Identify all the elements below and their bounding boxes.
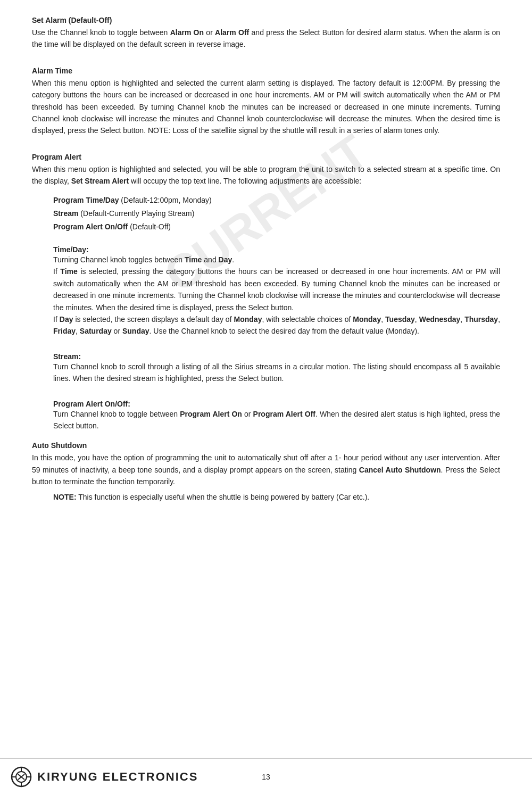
program-alert-onoff-body: Turn Channel knob to toggle between Prog… bbox=[53, 408, 500, 432]
stream-subsection: Stream: Turn Channel knob to scroll thro… bbox=[53, 352, 500, 385]
set-alarm-title: Set Alarm (Default-Off) bbox=[32, 16, 500, 24]
time-day-subsection: Time/Day: Turning Channel knob toggles b… bbox=[53, 245, 500, 337]
program-alert-section: Program Alert When this menu option is h… bbox=[32, 153, 500, 432]
alarm-time-body: When this menu option is highlighted and… bbox=[32, 77, 500, 137]
stream-title: Stream: bbox=[53, 352, 500, 361]
auto-shutdown-section: Auto Shutdown In this mode, you have the… bbox=[32, 441, 500, 503]
footer-page-number: 13 bbox=[262, 773, 270, 781]
auto-shutdown-title: Auto Shutdown bbox=[32, 441, 500, 450]
set-alarm-body: Use the Channel knob to toggle between A… bbox=[32, 27, 500, 51]
kiryung-logo-icon bbox=[11, 766, 32, 788]
stream-body: Turn Channel knob to scroll through a li… bbox=[53, 361, 500, 385]
alarm-time-section: Alarm Time When this menu option is high… bbox=[32, 67, 500, 137]
program-alert-onoff-subsection: Program Alert On/Off: Turn Channel knob … bbox=[53, 400, 500, 432]
program-alert-list-item-1: Program Time/Day (Default-12:00pm, Monda… bbox=[53, 194, 500, 207]
footer-logo: KIRYUNG ELECTRONICS bbox=[11, 766, 198, 788]
time-day-body3: If Day is selected, the screen displays … bbox=[53, 313, 500, 337]
page-footer: KIRYUNG ELECTRONICS 13 bbox=[0, 758, 532, 795]
set-alarm-section: Set Alarm (Default-Off) Use the Channel … bbox=[32, 16, 500, 51]
program-alert-title: Program Alert bbox=[32, 153, 500, 161]
program-alert-intro: When this menu option is highlighted and… bbox=[32, 163, 500, 187]
program-alert-onoff-title: Program Alert On/Off: bbox=[53, 400, 500, 408]
footer-brand-name: KIRYUNG ELECTRONICS bbox=[37, 770, 198, 784]
program-alert-list-item-2: Stream (Default-Currently Playing Stream… bbox=[53, 207, 500, 220]
time-day-body2: If Time is selected, pressing the catego… bbox=[53, 266, 500, 313]
auto-shutdown-body: In this mode, you have the option of pro… bbox=[32, 452, 500, 487]
alarm-time-title: Alarm Time bbox=[32, 67, 500, 75]
time-day-title: Time/Day: bbox=[53, 245, 500, 254]
auto-shutdown-note: NOTE: This function is especially useful… bbox=[53, 491, 500, 503]
time-day-body1: Turning Channel knob toggles between Tim… bbox=[53, 254, 500, 266]
program-alert-list-item-3: Program Alert On/Off (Default-Off) bbox=[53, 220, 500, 234]
